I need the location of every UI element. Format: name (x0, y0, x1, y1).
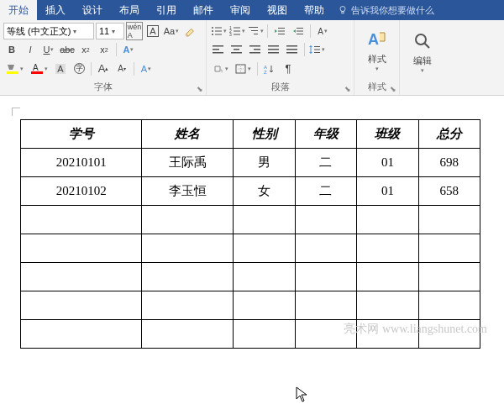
numbering-button[interactable]: 123▾ (228, 23, 245, 39)
table-cell[interactable]: 658 (418, 177, 480, 206)
borders-button[interactable]: ▾ (233, 60, 254, 77)
table-header[interactable]: 姓名 (142, 120, 234, 149)
increase-indent-button[interactable] (290, 23, 307, 39)
align-right-button[interactable] (247, 41, 264, 58)
change-case-button[interactable]: Aa▾ (163, 23, 180, 39)
bold-button[interactable]: B (3, 41, 20, 58)
table-row[interactable]: 20210101王际禹男二01698 (21, 149, 480, 177)
tab-review[interactable]: 审阅 (222, 0, 259, 20)
align-center-button[interactable] (228, 41, 245, 58)
line-spacing-button[interactable]: ▾ (308, 41, 325, 58)
superscript-button[interactable]: x2 (96, 41, 113, 58)
table-row[interactable] (21, 291, 480, 320)
table-cell[interactable]: 01 (357, 177, 418, 206)
table-cell[interactable] (234, 234, 295, 263)
clear-formatting-button[interactable] (181, 23, 198, 39)
tab-design[interactable]: 设计 (74, 0, 111, 20)
multilevel-list-button[interactable]: ▾ (247, 23, 264, 39)
char-scale-button[interactable]: A▾ (138, 60, 155, 77)
table-cell[interactable]: 李玉恒 (142, 177, 234, 206)
table-cell[interactable] (142, 320, 234, 349)
subscript-button[interactable]: x2 (77, 41, 94, 58)
table-cell[interactable] (21, 291, 142, 320)
data-table[interactable]: 学号姓名性别年级班级总分 20210101王际禹男二0169820210102李… (20, 119, 480, 349)
table-cell[interactable] (357, 263, 418, 291)
editing-button[interactable]: 编辑 ▾ (400, 20, 445, 82)
table-cell[interactable] (234, 291, 295, 320)
table-cell[interactable] (295, 263, 356, 291)
table-cell[interactable]: 王际禹 (142, 149, 234, 177)
table-cell[interactable] (21, 263, 142, 291)
shrink-font-button[interactable]: A▾ (113, 60, 130, 77)
table-cell[interactable] (234, 263, 295, 291)
font-size-combo[interactable]: 11▾ (96, 23, 124, 39)
tab-view[interactable]: 视图 (259, 0, 296, 20)
table-row[interactable] (21, 206, 480, 234)
table-row[interactable] (21, 234, 480, 263)
tab-layout[interactable]: 布局 (111, 0, 148, 20)
table-cell[interactable]: 二 (295, 149, 356, 177)
table-cell[interactable]: 20210102 (21, 177, 142, 206)
table-cell[interactable] (357, 234, 418, 263)
highlight-color-button[interactable]: ▾ (3, 60, 26, 77)
table-header[interactable]: 总分 (418, 120, 480, 149)
phonetic-guide-button[interactable]: wénA (126, 23, 143, 39)
table-header[interactable]: 性别 (234, 120, 295, 149)
asian-layout-button[interactable]: A▾ (314, 23, 331, 39)
table-cell[interactable] (295, 206, 356, 234)
italic-button[interactable]: I (22, 41, 39, 58)
table-cell[interactable] (234, 320, 295, 349)
table-cell[interactable] (21, 320, 142, 349)
table-header[interactable]: 年级 (295, 120, 356, 149)
table-cell[interactable]: 20210101 (21, 149, 142, 177)
table-cell[interactable] (295, 291, 356, 320)
table-row[interactable] (21, 263, 480, 291)
font-dialog-launcher[interactable]: ⬊ (197, 85, 203, 93)
table-cell[interactable]: 男 (234, 149, 295, 177)
styles-dialog-launcher[interactable]: ⬊ (390, 85, 396, 93)
table-cell[interactable]: 698 (418, 149, 480, 177)
table-header[interactable]: 班级 (357, 120, 418, 149)
table-cell[interactable]: 女 (234, 177, 295, 206)
strikethrough-button[interactable]: abc (59, 41, 76, 58)
underline-button[interactable]: U▾ (40, 41, 57, 58)
shading-button[interactable]: ▾ (210, 60, 231, 77)
grow-font-button[interactable]: A▴ (95, 60, 112, 77)
table-cell[interactable] (357, 291, 418, 320)
align-left-button[interactable] (210, 41, 227, 58)
table-cell[interactable] (357, 206, 418, 234)
character-shading-button[interactable]: A (52, 60, 69, 77)
tab-insert[interactable]: 插入 (37, 0, 74, 20)
table-cell[interactable] (142, 263, 234, 291)
table-cell[interactable] (142, 291, 234, 320)
tell-me-search[interactable]: 告诉我你想要做什么 (333, 0, 504, 20)
decrease-indent-button[interactable] (271, 23, 288, 39)
table-cell[interactable] (418, 234, 480, 263)
table-cell[interactable]: 01 (357, 149, 418, 177)
align-justify-button[interactable] (265, 41, 282, 58)
table-cell[interactable] (234, 206, 295, 234)
align-distributed-button[interactable] (284, 41, 301, 58)
table-cell[interactable] (418, 206, 480, 234)
sort-button[interactable]: AZ (261, 60, 278, 77)
character-border-button[interactable]: A (144, 23, 161, 39)
table-cell[interactable] (21, 206, 142, 234)
table-cell[interactable]: 二 (295, 177, 356, 206)
text-effects-button[interactable]: A▾ (120, 41, 137, 58)
table-cell[interactable] (295, 234, 356, 263)
table-cell[interactable] (21, 234, 142, 263)
table-cell[interactable] (418, 263, 480, 291)
styles-button[interactable]: A 样式 ▾ (354, 20, 399, 80)
tab-home[interactable]: 开始 (0, 0, 37, 20)
enclose-characters-button[interactable]: 字 (71, 60, 87, 77)
table-cell[interactable] (142, 206, 234, 234)
table-row[interactable]: 20210102李玉恒女二01658 (21, 177, 480, 206)
paragraph-dialog-launcher[interactable]: ⬊ (344, 85, 351, 93)
table-cell[interactable] (418, 291, 480, 320)
show-marks-button[interactable]: ¶ (280, 60, 297, 77)
table-header[interactable]: 学号 (21, 120, 142, 149)
font-color-button[interactable]: A▾ (28, 60, 50, 77)
table-cell[interactable] (142, 234, 234, 263)
font-name-combo[interactable]: 等线 (中文正文)▾ (3, 23, 94, 39)
document-area[interactable]: 学号姓名性别年级班级总分 20210101王际禹男二0169820210102李… (0, 96, 504, 349)
